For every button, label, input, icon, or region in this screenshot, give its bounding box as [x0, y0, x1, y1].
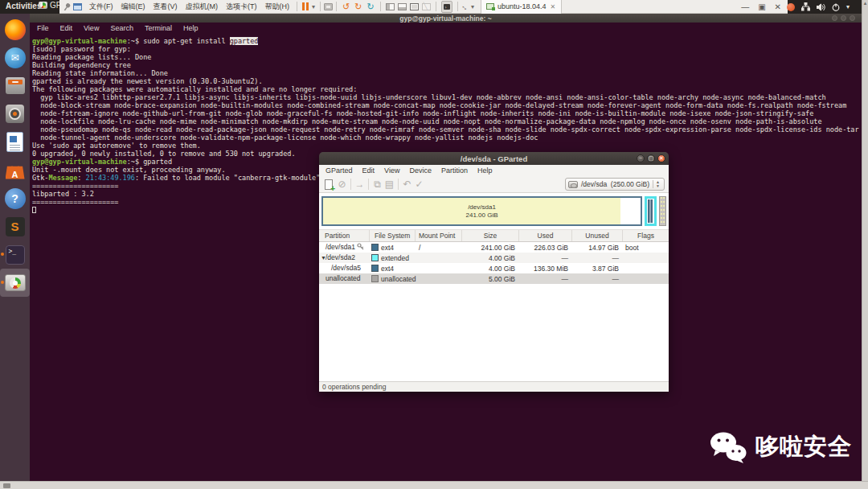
vm-fullscreen-icon[interactable] [410, 3, 419, 10]
dock-item-files[interactable] [0, 72, 30, 100]
dock-item-libreoffice-writer[interactable] [0, 128, 30, 156]
partition-row-unallocated[interactable]: unallocatedunallocated5.00 GiB—— [319, 273, 669, 284]
gparted-menu-edit[interactable]: Edit [358, 166, 380, 175]
vm-snapshot-manage-icon[interactable]: ↻ [366, 2, 374, 11]
terminal-menu-file[interactable]: File [31, 23, 55, 33]
cell-unused: 3.87 GiB [572, 265, 623, 273]
terminal-menu-terminal[interactable]: Terminal [139, 23, 178, 33]
vm-console-button[interactable]: ›_ [441, 1, 452, 13]
vm-tab[interactable]: ubuntu-18.04.4 ✕ [481, 0, 562, 14]
vm-pause-button[interactable]: ▾ [302, 2, 315, 10]
gparted-window[interactable]: /dev/sda - GParted − ▢ ✕ GPartedEditView… [319, 152, 669, 392]
sublime-text-icon: S [6, 217, 25, 236]
gparted-close-button[interactable]: ✕ [657, 154, 665, 162]
device-selector-spinner[interactable]: ▲▼ [653, 180, 662, 188]
vmware-minimize-button[interactable]: — [741, 2, 749, 11]
gparted-menu-partition[interactable]: Partition [436, 166, 473, 175]
vm-window-icon[interactable] [73, 3, 82, 10]
partition-visual-sda1[interactable]: /dev/sda1 241.00 GiB [321, 196, 642, 226]
activities-button[interactable]: Activities [6, 2, 41, 10]
undo-button[interactable]: ↶ [401, 179, 413, 189]
dock-item-ubuntu-software[interactable]: A [0, 156, 30, 184]
resize-move-button[interactable]: → [354, 179, 366, 189]
dock-item-rhythmbox[interactable] [0, 100, 30, 128]
dock-item-help[interactable]: ? [0, 184, 30, 212]
gparted-minimize-button[interactable]: − [637, 154, 645, 162]
partition-row-dev-sda5[interactable]: /dev/sda5ext44.00 GiB136.30 MiB3.87 GiB [319, 263, 669, 273]
vm-menu-e[interactable]: 编辑(E) [117, 0, 149, 14]
focused-app-menu[interactable]: GParted [39, 1, 60, 10]
network-icon[interactable] [801, 2, 810, 11]
dock-item-thunderbird[interactable]: ✉ [0, 43, 30, 72]
dock: ✉A?S>_ [0, 14, 30, 481]
terminal-line: node-lockfile node-lru-cache node-mime n… [32, 117, 860, 125]
pin-icon[interactable] [62, 1, 73, 12]
firefox-icon [5, 19, 26, 40]
new-partition-button[interactable] [325, 179, 333, 190]
vm-menu-v[interactable]: 查看(V) [149, 0, 182, 14]
column-header-mount-point[interactable]: Mount Point [416, 230, 462, 241]
cell-filesystem: extended [370, 254, 416, 262]
terminal-line: Reading package lists... Done [32, 53, 860, 61]
copy-button[interactable]: ⧉ [371, 179, 383, 189]
tray-chevron-icon[interactable]: ▾ [846, 3, 850, 10]
gparted-titlebar[interactable]: /dev/sda - GParted − ▢ ✕ [319, 152, 669, 165]
apply-button[interactable]: ✓ [413, 179, 425, 189]
device-selector[interactable]: /dev/sda (250.00 GiB) ▲▼ [565, 178, 665, 191]
partition-visual-unallocated[interactable] [659, 196, 666, 226]
gparted-menu-device[interactable]: Device [404, 166, 436, 175]
expander-icon[interactable]: ▼ [321, 253, 326, 263]
terminal-menubar: FileEditViewSearchTerminalHelp [30, 23, 862, 33]
vm-view-console-icon[interactable] [386, 3, 395, 10]
terminal-menu-edit[interactable]: Edit [55, 23, 79, 33]
vm-menu-h[interactable]: 帮助(H) [261, 0, 294, 14]
column-header-size[interactable]: Size [462, 230, 519, 241]
column-header-file-system[interactable]: File System [370, 230, 416, 241]
filesystem-color-chip [371, 244, 379, 251]
vm-menu-m[interactable]: 虚拟机(M) [182, 0, 223, 14]
dock-item-sublime-text[interactable]: S [0, 212, 30, 240]
vm-send-key-icon[interactable] [324, 3, 333, 10]
terminal-line: [sudo] password for gyp: [32, 45, 860, 53]
vmware-close-button[interactable]: ✕ [775, 2, 781, 11]
partition-row-dev-sda2[interactable]: ▼/dev/sda2extended4.00 GiB—— [319, 253, 669, 263]
vm-menu-t[interactable]: 选项卡(T) [222, 0, 261, 14]
vmware-restore-button[interactable]: ▣ [758, 2, 765, 11]
gparted-icon [5, 274, 26, 291]
gparted-maximize-button[interactable]: ▢ [647, 154, 655, 162]
partition-visual-extended[interactable] [645, 196, 657, 226]
volume-icon[interactable] [817, 3, 825, 11]
gparted-menu-view[interactable]: View [379, 166, 404, 175]
vm-snapshot-revert-icon[interactable]: ↻ [354, 2, 362, 11]
dock-item-firefox[interactable] [0, 15, 30, 43]
partition-row-dev-sda1[interactable]: /dev/sda1ext4/241.00 GiB226.03 GiB14.97 … [319, 242, 669, 253]
terminal-menu-help[interactable]: Help [178, 23, 204, 33]
column-header-used[interactable]: Used [519, 230, 572, 241]
terminal-minimize-button[interactable] [832, 15, 837, 21]
vm-scrollbar[interactable]: ▲ [862, 0, 868, 481]
gparted-menu-gparted[interactable]: GParted [321, 166, 358, 175]
column-header-partition[interactable]: Partition [319, 230, 370, 241]
terminal-menu-view[interactable]: View [78, 23, 104, 33]
column-header-unused[interactable]: Unused [572, 230, 623, 241]
top-panel: Activities GParted 文件(F)编辑(E)查看(V)虚拟机(M)… [0, 0, 868, 14]
vm-view-summary-icon[interactable] [398, 3, 407, 10]
cell-unused: — [572, 254, 623, 262]
terminal-titlebar[interactable]: gyp@gyp-virtual-machine: ~ [30, 14, 862, 23]
terminal-menu-search[interactable]: Search [104, 23, 139, 33]
delete-partition-button[interactable]: ⊘ [336, 179, 348, 189]
vm-snapshot-take-icon[interactable]: ↺ [342, 2, 350, 11]
vm-tab-close-icon[interactable]: ✕ [549, 3, 556, 10]
column-header-flags[interactable]: Flags [623, 230, 669, 241]
gparted-menu-help[interactable]: Help [473, 166, 497, 175]
dock-item-gparted[interactable] [0, 269, 30, 297]
cell-used: — [519, 275, 572, 283]
dock-item-terminal[interactable]: >_ [0, 240, 30, 269]
terminal-close-button[interactable] [850, 15, 855, 21]
paste-button[interactable]: ▤ [383, 179, 395, 189]
vm-unity-icon[interactable] [422, 3, 431, 10]
terminal-maximize-button[interactable] [841, 15, 846, 21]
power-icon[interactable] [832, 3, 840, 11]
vm-menu-f[interactable]: 文件(F) [85, 0, 117, 14]
vm-resize-icon[interactable]: ↔ [459, 1, 471, 13]
